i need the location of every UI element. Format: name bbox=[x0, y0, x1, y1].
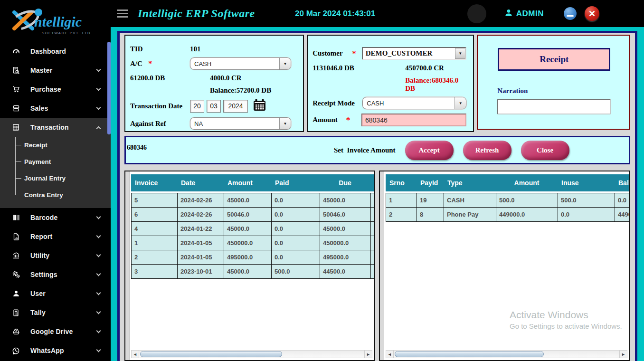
against-ref-select[interactable]: NA ▼ bbox=[190, 117, 291, 130]
sidebar-item-whatsapp[interactable]: WhatsApp bbox=[0, 341, 111, 360]
scroll-right-icon[interactable]: ► bbox=[619, 350, 627, 358]
sidebar-scrollbar-thumb[interactable] bbox=[107, 42, 111, 134]
sidebar-item-label: User bbox=[30, 290, 46, 297]
scroll-left-icon[interactable]: ◄ bbox=[386, 350, 394, 358]
column-header[interactable]: Date bbox=[177, 174, 224, 191]
table-row[interactable]: 119CASH500.0500.00.0 bbox=[386, 193, 630, 208]
sidebar-item-label: Barcode bbox=[30, 214, 57, 221]
customer-debit: 1131046.0 DB bbox=[313, 64, 405, 72]
date-month-input[interactable] bbox=[207, 100, 221, 113]
payment-hscrollbar[interactable]: ◄ ► bbox=[386, 350, 627, 358]
sidebar-subitem-journal-entry[interactable]: Journal Entry bbox=[0, 170, 111, 187]
ac-select[interactable]: CASH ▼ bbox=[190, 57, 291, 70]
chevron-down-icon bbox=[96, 310, 101, 314]
sidebar-item-report[interactable]: Report bbox=[0, 227, 111, 246]
column-header[interactable]: Invoice bbox=[131, 174, 177, 191]
column-header[interactable]: PayId bbox=[417, 174, 444, 191]
invoice-hscrollbar[interactable]: ◄ ► bbox=[131, 350, 372, 358]
chevron-down-icon[interactable]: ▼ bbox=[279, 118, 291, 129]
sidebar-item-label: Google Drive bbox=[30, 328, 73, 335]
date-day-input[interactable] bbox=[190, 100, 204, 113]
chevron-down-icon bbox=[96, 329, 101, 333]
column-header[interactable]: Type bbox=[444, 174, 496, 191]
column-header[interactable]: Due bbox=[320, 174, 370, 191]
table-cell: 495000.0 bbox=[224, 250, 272, 265]
sidebar-subitem-label: Receipt bbox=[24, 142, 47, 149]
scrollbar-thumb[interactable] bbox=[140, 351, 282, 357]
chevron-down-icon[interactable]: ▼ bbox=[279, 58, 291, 69]
amount-input[interactable] bbox=[361, 114, 466, 126]
sidebar-item-transaction[interactable]: Transaction bbox=[0, 118, 111, 137]
column-header[interactable]: Inuse bbox=[558, 174, 615, 191]
sidebar-item-settings[interactable]: Settings bbox=[0, 265, 111, 284]
sidebar-item-user[interactable]: User bbox=[0, 284, 111, 303]
sidebar-item-label: Settings bbox=[30, 271, 57, 278]
date-year-input[interactable] bbox=[223, 100, 248, 113]
vertical-scrollbar[interactable] bbox=[380, 171, 384, 360]
table-row[interactable]: 62024-02-2650046.00.050046.0 bbox=[132, 208, 375, 222]
table-cell bbox=[371, 265, 375, 279]
sidebar-subitem-payment[interactable]: Payment bbox=[0, 153, 111, 170]
close-action-button[interactable]: Close bbox=[521, 141, 569, 160]
table-cell: 2 bbox=[386, 208, 417, 222]
table-row[interactable]: 42024-01-2245000.00.045000.0 bbox=[132, 222, 375, 236]
sidebar-item-utility[interactable]: Utility bbox=[0, 246, 111, 265]
column-header[interactable]: Srno bbox=[386, 174, 417, 191]
table-row[interactable]: 32023-10-0145000.0500.044500.0 bbox=[132, 265, 375, 279]
payment-table-header: SrnoPayIdTypeAmountInuseBal bbox=[386, 174, 629, 191]
sidebar-subitem-contra-entry[interactable]: Contra Entry bbox=[0, 187, 111, 203]
purchase-cart-icon bbox=[11, 85, 20, 94]
chevron-down-icon[interactable]: ▼ bbox=[455, 97, 466, 109]
table-row[interactable]: 22024-01-05495000.00.0495000.0 bbox=[132, 250, 375, 265]
scroll-left-icon[interactable]: ◄ bbox=[131, 350, 139, 358]
table-row[interactable]: 52024-02-2645000.00.045000.0 bbox=[132, 193, 375, 208]
refresh-button[interactable]: Refresh bbox=[463, 141, 511, 160]
invoice-table-header: InvoiceDateAmountPaidDueS bbox=[131, 174, 374, 191]
sidebar-subitem-receipt[interactable]: Receipt bbox=[0, 137, 111, 153]
table-cell: 2024-01-05 bbox=[178, 236, 224, 250]
sidebar-item-sales[interactable]: Sales bbox=[0, 99, 111, 118]
customer-selected-value: DEMO_CUSTOMER bbox=[363, 48, 455, 59]
narration-input[interactable] bbox=[497, 99, 611, 114]
column-header[interactable]: Amount bbox=[224, 174, 271, 191]
chevron-down-icon[interactable]: ▼ bbox=[455, 48, 465, 59]
accept-button[interactable]: Accept bbox=[405, 141, 454, 160]
table-cell: 45000.0 bbox=[224, 222, 272, 236]
sidebar-item-dashboard[interactable]: Dashboard bbox=[0, 42, 111, 61]
sidebar-item-purchase[interactable]: Purchase bbox=[0, 80, 111, 99]
avatar[interactable] bbox=[467, 4, 486, 23]
hamburger-menu-icon[interactable] bbox=[117, 10, 128, 18]
receipt-mode-select[interactable]: CASH ▼ bbox=[362, 97, 466, 109]
sidebar-item-barcode[interactable]: Barcode bbox=[0, 208, 111, 227]
admin-user[interactable]: ADMIN bbox=[504, 9, 544, 19]
column-header[interactable]: Amount bbox=[496, 174, 558, 191]
scrollbar-track[interactable] bbox=[139, 350, 364, 358]
customer-select[interactable]: DEMO_CUSTOMER ▼ bbox=[362, 47, 467, 60]
sidebar-submenu: ReceiptPaymentJournal EntryContra Entry bbox=[0, 137, 111, 208]
minimize-button[interactable] bbox=[564, 7, 577, 20]
vertical-scrollbar[interactable] bbox=[125, 171, 130, 360]
table-row[interactable]: 12024-01-05450000.00.0450000.0 bbox=[132, 236, 375, 250]
watermark-line1: Activate Windows bbox=[510, 309, 622, 321]
sidebar-item-google-drive[interactable]: Google Drive bbox=[0, 322, 111, 341]
table-row[interactable]: 28Phone Pay449000.00.0449000.0 bbox=[386, 208, 630, 222]
sidebar-item-tally[interactable]: Tally bbox=[0, 303, 111, 322]
column-header[interactable]: Bal bbox=[615, 174, 629, 191]
scrollbar-track[interactable] bbox=[394, 350, 619, 358]
receipt-title-button[interactable]: Receipt bbox=[498, 48, 610, 71]
column-header[interactable]: Paid bbox=[271, 174, 320, 191]
sidebar-item-label: WhatsApp bbox=[30, 347, 64, 354]
scrollbar-thumb[interactable] bbox=[395, 351, 544, 357]
sidebar-item-master[interactable]: Master bbox=[0, 61, 111, 80]
chevron-down-icon bbox=[96, 291, 101, 295]
scroll-right-icon[interactable]: ► bbox=[364, 350, 372, 358]
calendar-icon[interactable] bbox=[253, 99, 266, 113]
transaction-icon bbox=[11, 123, 20, 132]
intelligic-logo: ntelligic SOFTWARE PVT. LTD bbox=[0, 0, 111, 42]
invoice-table-container: InvoiceDateAmountPaidDueS 52024-02-26450… bbox=[124, 171, 375, 361]
close-button[interactable]: ✕ bbox=[585, 6, 599, 21]
table-cell: 495000.0 bbox=[320, 250, 371, 265]
column-header[interactable]: S bbox=[370, 174, 374, 191]
customer-required-marker: * bbox=[352, 49, 356, 58]
table-cell: 0.0 bbox=[272, 236, 320, 250]
